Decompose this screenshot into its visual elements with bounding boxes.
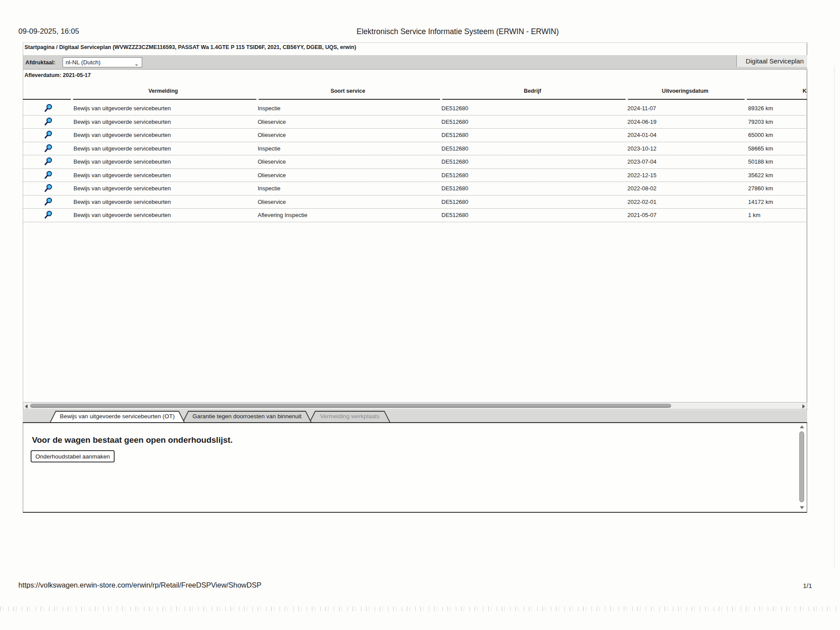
- cell-soort-service: Olieservice: [258, 158, 286, 165]
- scroll-left-icon[interactable]: [25, 404, 28, 409]
- col-header-soort-service: Soort service: [330, 88, 365, 94]
- cell-uitvoeringsdatum: 2023-10-12: [627, 145, 657, 152]
- header-underline: [73, 99, 256, 100]
- cell-vermelding: Bewijs van uitgevoerde servicebeurten: [74, 132, 171, 138]
- print-language-label: Afdruktaal:: [25, 59, 56, 66]
- col-header-bedrijf: Bedrijf: [524, 88, 541, 94]
- cell-kilometerstand: 35622 km: [748, 172, 773, 178]
- cell-kilometerstand: 50188 km: [748, 158, 773, 165]
- magnifier-icon[interactable]: [44, 130, 53, 140]
- cell-bedrijf: DE512680: [441, 105, 468, 112]
- cell-kilometerstand: 27860 km: [748, 185, 773, 192]
- cell-soort-service: Inspectie: [258, 185, 280, 192]
- magnifier-icon[interactable]: [44, 170, 53, 181]
- cell-vermelding: Bewijs van uitgevoerde servicebeurten: [74, 172, 171, 178]
- table-row: Bewijs van uitgevoerde servicebeurten In…: [23, 182, 807, 196]
- vertical-scrollbar-thumb[interactable]: [799, 431, 804, 502]
- cell-bedrijf: DE512680: [441, 145, 468, 152]
- cell-soort-service: Inspectie: [258, 105, 280, 112]
- create-maintenance-table-button[interactable]: Onderhoudstabel aanmaken: [31, 450, 115, 462]
- tab-bewijs-servicebeurten[interactable]: Bewijs van uitgevoerde servicebeurten (O…: [50, 411, 185, 422]
- scan-edge-shadow: [834, 66, 835, 569]
- erwin-print-page: 09-09-2025, 16:05 Elektronisch Service I…: [0, 0, 840, 630]
- magnifier-icon[interactable]: [44, 144, 53, 154]
- cell-soort-service: Olieservice: [258, 132, 286, 138]
- cell-vermelding: Bewijs van uitgevoerde servicebeurten: [74, 105, 171, 112]
- magnifier-icon[interactable]: [44, 197, 53, 207]
- breadcrumb[interactable]: Startpagina / Digitaal Serviceplan (WVWZ…: [24, 44, 356, 50]
- cell-kilometerstand: 89326 km: [748, 105, 773, 112]
- table-header: Vermelding Soort service Bedrijf Uitvoer…: [23, 86, 807, 101]
- toolbar: Afdruktaal: nl-NL (Dutch) ⌄ Digitaal Ser…: [23, 55, 807, 70]
- cell-uitvoeringsdatum: 2023-07-04: [627, 158, 657, 165]
- cell-uitvoeringsdatum: 2021-05-07: [627, 212, 657, 218]
- table-row: Bewijs van uitgevoerde servicebeurten Ol…: [23, 169, 807, 182]
- vertical-scrollbar[interactable]: [799, 424, 805, 510]
- cell-uitvoeringsdatum: 2024-06-19: [627, 119, 657, 125]
- table-row: Bewijs van uitgevoerde servicebeurten In…: [23, 142, 807, 156]
- table-row: Bewijs van uitgevoerde servicebeurten Ol…: [23, 129, 807, 142]
- cell-uitvoeringsdatum: 2022-02-01: [627, 199, 657, 205]
- page-number: 1/1: [803, 582, 812, 589]
- col-header-uitvoeringsdatum: Uitvoeringsdatum: [662, 88, 708, 94]
- cell-bedrijf: DE512680: [441, 185, 468, 192]
- cell-soort-service: Olieservice: [258, 119, 286, 125]
- print-language-value: nl-NL (Dutch): [66, 59, 101, 66]
- page-title: Elektronisch Service Informatie Systeem …: [357, 27, 559, 36]
- cell-soort-service: Inspectie: [258, 145, 280, 152]
- header-underline: [259, 99, 440, 100]
- source-url: https://volkswagen.erwin-store.com/erwin…: [18, 581, 261, 589]
- section-title: Digitaal Serviceplan: [736, 55, 807, 67]
- print-language-select[interactable]: nl-NL (Dutch) ⌄: [63, 57, 142, 67]
- horizontal-scrollbar[interactable]: [23, 402, 807, 410]
- tab-vermelding-werkplaats[interactable]: Vermelding werkplaats: [309, 411, 390, 422]
- tab-label: Vermelding werkplaats: [309, 413, 390, 420]
- cell-vermelding: Bewijs van uitgevoerde servicebeurten: [74, 119, 171, 125]
- scroll-down-icon[interactable]: [800, 506, 804, 509]
- delivery-date: Afleverdatum: 2021-05-17: [24, 72, 91, 78]
- magnifier-icon[interactable]: [44, 210, 53, 220]
- magnifier-icon[interactable]: [44, 103, 53, 114]
- table-row: Bewijs van uitgevoerde servicebeurten Ol…: [23, 196, 807, 209]
- cell-bedrijf: DE512680: [441, 199, 468, 205]
- cell-bedrijf: DE512680: [441, 172, 468, 178]
- col-header-kilometerstand: Kilometerstand: [803, 88, 808, 94]
- chevron-down-icon: ⌄: [134, 60, 139, 69]
- col-header-vermelding: Vermelding: [148, 88, 178, 94]
- cell-uitvoeringsdatum: 2024-11-07: [627, 105, 656, 112]
- cell-kilometerstand: 14172 km: [748, 199, 773, 205]
- header-underline: [442, 99, 626, 100]
- magnifier-icon[interactable]: [44, 157, 53, 167]
- tab-garantie-doorroesten[interactable]: Garantie tegen doorroesten van binnenuit: [182, 411, 312, 422]
- open-maintenance-panel: Voor de wagen bestaat geen open onderhou…: [23, 423, 807, 513]
- scroll-right-icon[interactable]: [802, 404, 805, 409]
- horizontal-scrollbar-thumb[interactable]: [30, 404, 671, 408]
- magnifier-icon[interactable]: [44, 117, 53, 127]
- cell-uitvoeringsdatum: 2024-01-04: [627, 132, 657, 138]
- scroll-up-icon[interactable]: [800, 425, 804, 428]
- header-underline: [747, 99, 807, 100]
- print-datetime: 09-09-2025, 16:05: [18, 27, 79, 36]
- table-row: Bewijs van uitgevoerde servicebeurten Ol…: [23, 155, 807, 169]
- no-open-maintenance-message: Voor de wagen bestaat geen open onderhou…: [32, 435, 233, 445]
- table-row: Bewijs van uitgevoerde servicebeurten Af…: [23, 209, 807, 222]
- magnifier-icon[interactable]: [44, 183, 53, 194]
- tab-bar: Bewijs van uitgevoerde servicebeurten (O…: [23, 410, 807, 423]
- cell-uitvoeringsdatum: 2022-08-02: [627, 185, 657, 192]
- cell-kilometerstand: 1 km: [748, 212, 760, 218]
- cell-vermelding: Bewijs van uitgevoerde servicebeurten: [74, 212, 171, 218]
- cell-kilometerstand: 58665 km: [748, 145, 773, 152]
- header-underline: [23, 99, 71, 100]
- cell-kilometerstand: 65000 km: [748, 132, 773, 138]
- tab-label: Bewijs van uitgevoerde servicebeurten (O…: [50, 413, 185, 420]
- header-underline: [628, 99, 745, 100]
- service-history-table: Bewijs van uitgevoerde servicebeurten In…: [23, 102, 807, 222]
- table-row: Bewijs van uitgevoerde servicebeurten Ol…: [23, 116, 807, 129]
- cell-bedrijf: DE512680: [441, 119, 468, 125]
- cell-bedrijf: DE512680: [441, 212, 468, 218]
- table-row: Bewijs van uitgevoerde servicebeurten In…: [23, 102, 807, 116]
- cell-vermelding: Bewijs van uitgevoerde servicebeurten: [74, 185, 171, 192]
- cell-bedrijf: DE512680: [441, 158, 468, 165]
- cell-soort-service: Olieservice: [258, 172, 286, 178]
- tab-label: Garantie tegen doorroesten van binnenuit: [182, 413, 312, 420]
